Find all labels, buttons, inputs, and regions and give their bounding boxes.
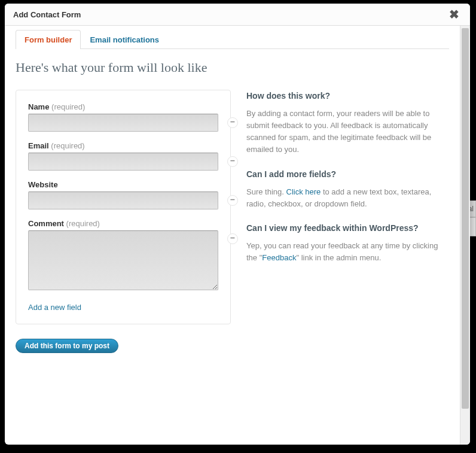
help-text-how: By adding a contact form, your readers w… xyxy=(246,108,446,156)
form-preview-box: Name (required) – Email xyxy=(16,90,231,324)
field-label-website: Website xyxy=(28,180,218,189)
help-heading-view-feedback: Can I view my feedback within WordPress? xyxy=(246,223,446,233)
remove-field-website-button[interactable]: – xyxy=(227,195,238,206)
remove-field-name-button[interactable]: – xyxy=(227,117,238,128)
email-field[interactable] xyxy=(28,153,218,171)
modal-title: Add Contact Form xyxy=(13,10,81,19)
field-row-comment: Comment (required) – xyxy=(28,219,218,292)
field-row-name: Name (required) – xyxy=(28,102,218,132)
add-form-to-post-button[interactable]: Add this form to my post xyxy=(16,339,118,353)
modal-header: Add Contact Form ✖ xyxy=(5,4,470,26)
field-row-website: Website – xyxy=(28,180,218,209)
field-label-comment: Comment (required) xyxy=(28,219,218,228)
remove-field-comment-button[interactable]: – xyxy=(227,233,238,244)
help-heading-how: How does this work? xyxy=(246,91,446,101)
tab-email-notifications[interactable]: Email notifications xyxy=(81,30,168,49)
field-row-email: Email (required) – xyxy=(28,141,218,171)
scrollbar[interactable] xyxy=(460,26,470,445)
field-label-name: Name (required) xyxy=(28,102,218,111)
modal-body: Form builder Email notifications Here's … xyxy=(5,26,460,445)
remove-field-email-button[interactable]: – xyxy=(227,156,238,167)
tab-form-builder[interactable]: Form builder xyxy=(16,30,81,49)
close-icon[interactable]: ✖ xyxy=(447,8,462,20)
help-heading-more-fields: Can I add more fields? xyxy=(246,169,446,179)
preview-heading: Here's what your form will look like xyxy=(16,60,449,75)
feedback-link[interactable]: Feedback xyxy=(262,253,296,262)
help-text-more-fields: Sure thing. Click here to add a new text… xyxy=(246,186,446,210)
scrollbar-thumb[interactable] xyxy=(462,28,469,409)
website-field[interactable] xyxy=(28,191,218,209)
comment-field[interactable] xyxy=(28,230,218,290)
name-field[interactable] xyxy=(28,114,218,132)
help-panel: How does this work? By adding a contact … xyxy=(246,90,449,277)
field-label-email: Email (required) xyxy=(28,141,218,150)
tabs: Form builder Email notifications xyxy=(16,29,449,48)
click-here-link[interactable]: Click here xyxy=(286,187,321,196)
add-new-field-link[interactable]: Add a new field xyxy=(28,303,81,312)
help-text-view-feedback: Yep, you can read your feedback at any t… xyxy=(246,240,446,264)
add-contact-form-modal: Add Contact Form ✖ Form builder Email no… xyxy=(5,4,470,445)
